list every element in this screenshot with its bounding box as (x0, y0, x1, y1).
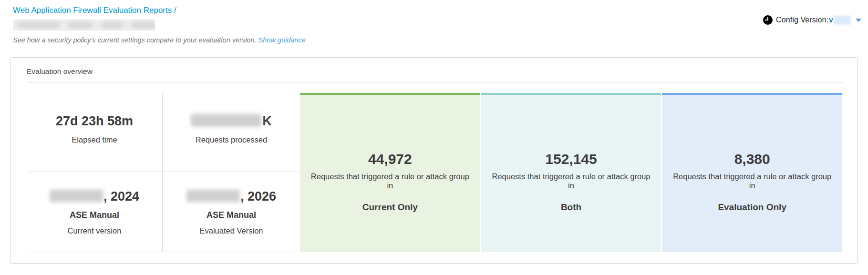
config-version-label: Config Version: (776, 16, 828, 24)
card-title-divider (27, 82, 843, 83)
redacted-text-blob (131, 22, 155, 28)
card-title: Evaluation overview (10, 58, 858, 77)
current-version-stat: , 2024 ASE Manual Current version (27, 172, 163, 252)
redacted-text-blob (18, 22, 60, 28)
evaluated-version-stat: , 2026 ASE Manual Evaluated Version (163, 172, 300, 252)
clock-icon (763, 15, 773, 25)
redacted-text-blob (102, 22, 123, 28)
current-version-name: ASE Manual (70, 210, 119, 220)
elapsed-time-stat: 27d 23h 58m Elapsed time (27, 93, 163, 172)
redacted-date (186, 190, 240, 202)
evaluated-version-label: Evaluated Version (199, 226, 263, 235)
stats-row: 27d 23h 58m Elapsed time K Requests proc… (27, 93, 842, 252)
both-title: Both (561, 202, 581, 213)
current-version-label: Current version (68, 226, 122, 235)
evaluation-only-panel: 8,380 Requests that triggered a rule or … (662, 93, 842, 252)
evaluation-only-description: Requests that triggered a rule or attack… (671, 172, 834, 190)
config-version-selector[interactable]: Config Version:v (763, 15, 861, 25)
evaluated-version-date: , 2026 (186, 189, 276, 204)
current-only-title: Current Only (362, 202, 418, 213)
config-version-prefix: v (829, 16, 833, 24)
requests-processed-label: Requests processed (196, 135, 267, 144)
redacted-version-number (834, 16, 851, 25)
evaluation-only-count: 8,380 (734, 151, 770, 168)
both-description: Requests that triggered a rule or attack… (490, 172, 653, 190)
current-only-description: Requests that triggered a rule or attack… (309, 172, 472, 190)
redacted-text-blob (68, 22, 93, 28)
breadcrumb[interactable]: Web Application Firewall Evaluation Repo… (13, 6, 176, 15)
evaluated-version-name: ASE Manual (207, 210, 256, 220)
current-only-panel: 44,972 Requests that triggered a rule or… (300, 93, 480, 252)
current-version-date: , 2024 (50, 189, 139, 204)
evaluation-overview-card: Evaluation overview 27d 23h 58m Elapsed … (10, 57, 858, 264)
elapsed-time-value: 27d 23h 58m (56, 113, 133, 129)
elapsed-time-label: Elapsed time (72, 135, 117, 144)
trigger-panels: 44,972 Requests that triggered a rule or… (300, 93, 842, 252)
redacted-date (50, 190, 103, 202)
show-guidance-link[interactable]: Show guidance (258, 36, 306, 44)
page-subtitle: See how a security policy's current sett… (13, 36, 868, 44)
current-only-count: 44,972 (368, 151, 412, 168)
subtitle-text: See how a security policy's current sett… (13, 36, 257, 44)
requests-processed-stat: K Requests processed (163, 93, 300, 172)
redacted-number (191, 114, 261, 127)
summary-stats-grid: 27d 23h 58m Elapsed time K Requests proc… (27, 93, 300, 252)
page-header: Web Application Firewall Evaluation Repo… (0, 0, 868, 44)
both-panel: 152,145 Requests that triggered a rule o… (481, 93, 661, 252)
evaluation-only-title: Evaluation Only (718, 202, 786, 213)
both-count: 152,145 (545, 151, 597, 168)
chevron-down-icon[interactable] (856, 19, 861, 22)
redacted-policy-name (13, 20, 155, 31)
requests-processed-value: K (191, 113, 272, 129)
